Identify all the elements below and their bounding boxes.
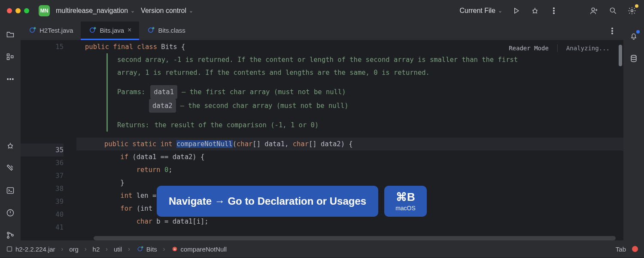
svg-point-10 — [7, 79, 9, 80]
code-text: [] — [309, 140, 321, 148]
svg-point-24 — [152, 27, 155, 29]
vcs-label: Version control — [141, 7, 186, 15]
breadcrumb-separator: › — [106, 246, 108, 252]
more-tools-button[interactable] — [5, 74, 15, 84]
doc-returns-label: Returns: — [117, 119, 149, 131]
code-text: char — [237, 140, 252, 148]
code-text: data2) { — [321, 140, 353, 148]
breadcrumb-separator: › — [163, 246, 165, 252]
database-tool-button[interactable] — [629, 53, 639, 64]
svg-point-2 — [553, 10, 555, 12]
doc-param-name: data1 — [150, 85, 177, 99]
svg-rect-7 — [7, 54, 9, 56]
divider — [557, 44, 558, 52]
breadcrumb-jar[interactable]: h2-2.2.224.jar — [6, 246, 55, 253]
run-config-selector[interactable]: Current File ⌄ — [459, 7, 502, 15]
project-tool-button[interactable] — [5, 29, 15, 40]
tab-h2test[interactable]: H2Test.java — [21, 22, 81, 40]
debug-button[interactable] — [530, 6, 540, 16]
chevron-down-icon: ⌄ — [498, 8, 502, 14]
tab-bits-java[interactable]: Bits.java × — [81, 22, 139, 40]
run-config-label: Current File — [459, 7, 495, 15]
svg-point-25 — [612, 28, 613, 29]
breadcrumb-method[interactable]: m compareNotNull — [171, 246, 227, 253]
svg-point-5 — [610, 8, 614, 12]
svg-rect-8 — [7, 58, 9, 60]
titlebar: MN multirelease_navigation ⌄ Version con… — [0, 0, 644, 22]
line-number: 35 — [55, 146, 64, 154]
editor-tabs: H2Test.java Bits.java × Bits.class — [21, 22, 623, 40]
line-number: 37 — [55, 172, 64, 180]
code-text: { — [181, 43, 185, 51]
doc-params-label: Params: — [117, 86, 145, 98]
breadcrumb-class[interactable]: Bits — [136, 245, 157, 253]
code-text: for — [120, 205, 136, 212]
breadcrumb-pkg[interactable]: h2 — [93, 246, 100, 253]
line-number: 40 — [55, 211, 64, 218]
code-text: if — [120, 153, 128, 161]
svg-point-22 — [94, 27, 96, 29]
code-text — [104, 192, 120, 200]
java-class-icon — [28, 26, 36, 34]
svg-point-20 — [34, 27, 36, 29]
vcs-selector[interactable]: Version control ⌄ — [141, 7, 193, 15]
minimize-window-button[interactable] — [15, 8, 21, 13]
more-actions-button[interactable] — [549, 6, 559, 16]
horizontal-scrollbar[interactable] — [94, 236, 616, 240]
build-tool-button[interactable] — [5, 163, 15, 173]
svg-point-3 — [553, 13, 555, 14]
java-class-icon — [136, 245, 144, 253]
structure-tool-button[interactable] — [5, 52, 15, 62]
problems-tool-button[interactable] — [5, 208, 15, 218]
doc-param-desc: – the first char array (must not be null… — [182, 86, 346, 98]
breadcrumb-pkg[interactable]: util — [114, 246, 122, 253]
svg-point-28 — [631, 55, 636, 58]
hint-shortcut: ⌘B macOS — [384, 186, 427, 217]
highlighted-method-name[interactable]: compareNotNull — [176, 140, 233, 148]
code-text: b = data1[i]; — [156, 218, 208, 225]
svg-rect-9 — [11, 56, 13, 58]
notifications-button[interactable] — [629, 31, 639, 41]
line-number: 15 — [55, 43, 64, 51]
code-text — [104, 166, 137, 174]
svg-point-6 — [631, 10, 633, 12]
debug-tool-button[interactable] — [5, 141, 15, 151]
code-text: 0 — [164, 166, 168, 174]
maximize-window-button[interactable] — [24, 8, 29, 13]
vertical-scrollbar[interactable] — [617, 40, 623, 240]
code-text: int — [120, 192, 136, 200]
line-number: 41 — [55, 224, 64, 231]
breadcrumb-pkg[interactable]: org — [69, 246, 79, 253]
status-bar: h2-2.2.224.jar › org › h2 › util › Bits … — [0, 240, 644, 258]
code-with-me-button[interactable] — [589, 6, 599, 16]
tab-options-button[interactable] — [607, 26, 617, 36]
code-text: (data1 == data2) { — [128, 153, 204, 161]
terminal-tool-button[interactable] — [5, 185, 15, 196]
vcs-tool-button[interactable] — [5, 230, 15, 240]
tab-label: Bits.class — [158, 27, 185, 34]
svg-rect-29 — [7, 247, 12, 252]
code-text: char — [137, 218, 157, 225]
svg-text:m: m — [173, 247, 176, 251]
run-button[interactable] — [511, 6, 521, 16]
chevron-down-icon: ⌄ — [189, 8, 193, 14]
project-selector[interactable]: multirelease_navigation ⌄ — [56, 7, 135, 15]
shortcut-keys: ⌘B — [396, 190, 415, 204]
search-button[interactable] — [608, 6, 618, 16]
svg-point-16 — [7, 232, 9, 234]
doc-param-name: data2 — [149, 99, 176, 113]
project-name: multirelease_navigation — [56, 7, 128, 15]
error-indicator[interactable] — [632, 246, 638, 252]
tab-label: H2Test.java — [39, 27, 73, 34]
settings-button[interactable] — [627, 6, 637, 16]
close-tab-button[interactable]: × — [128, 26, 131, 34]
indent-indicator[interactable]: Tab — [616, 246, 626, 253]
reader-mode-toggle[interactable]: Reader Mode — [509, 45, 549, 52]
doc-returns-text: the result of the comparison (-1, 1 or 0… — [155, 119, 319, 131]
code-text: Bits — [161, 43, 181, 51]
code-text: char — [293, 140, 309, 148]
breadcrumb-separator: › — [128, 246, 130, 252]
scrollbar-thumb[interactable] — [619, 45, 622, 66]
tab-bits-class[interactable]: Bits.class — [139, 22, 193, 40]
close-window-button[interactable] — [7, 8, 12, 13]
